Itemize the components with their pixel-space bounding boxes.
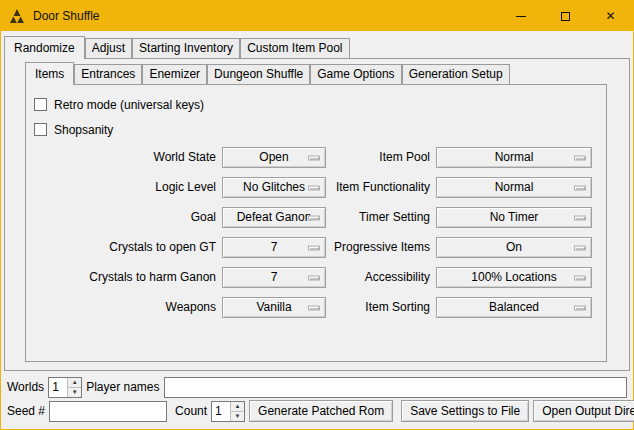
- shopsanity-row: Shopsanity: [34, 122, 592, 137]
- dropdown-indicator-icon: [574, 185, 586, 190]
- tab-entrances[interactable]: Entrances: [74, 64, 142, 84]
- dropdown-indicator-icon: [574, 305, 586, 310]
- world-state-dropdown[interactable]: Open: [222, 147, 326, 168]
- dropdown-value: Balanced: [489, 298, 539, 317]
- dropdown-value: Normal: [495, 148, 534, 167]
- open-output-directory-button[interactable]: Open Output Directory: [533, 400, 634, 422]
- save-settings-button[interactable]: Save Settings to File: [401, 400, 529, 422]
- worlds-value: 1: [49, 378, 67, 397]
- dropdown-indicator-icon: [308, 275, 320, 280]
- timer-setting-label: Timer Setting: [330, 207, 432, 228]
- timer-setting-dropdown[interactable]: No Timer: [436, 207, 592, 228]
- titlebar[interactable]: Door Shuffle ✕: [1, 1, 633, 31]
- world-state-label: World State: [34, 147, 218, 168]
- accessibility-dropdown[interactable]: 100% Locations: [436, 267, 592, 288]
- player-names-input[interactable]: [164, 377, 628, 398]
- retro-mode-row: Retro mode (universal keys): [34, 97, 592, 112]
- dropdown-value: 100% Locations: [471, 268, 556, 287]
- logic-level-dropdown[interactable]: No Glitches: [222, 177, 326, 198]
- tab-enemizer[interactable]: Enemizer: [142, 64, 207, 84]
- item-sorting-label: Item Sorting: [330, 297, 432, 318]
- dropdown-indicator-icon: [308, 305, 320, 310]
- item-functionality-label: Item Functionality: [330, 177, 432, 198]
- shopsanity-label: Shopsanity: [54, 123, 113, 137]
- count-label: Count: [175, 400, 207, 422]
- tab-items[interactable]: Items: [25, 62, 74, 85]
- window: Door Shuffle ✕ Randomize Adjust Starting…: [0, 0, 634, 430]
- crystals-open-gt-dropdown[interactable]: 7: [222, 237, 326, 258]
- tab-starting-inventory[interactable]: Starting Inventory: [132, 38, 240, 58]
- spin-down-icon[interactable]: ▼: [68, 388, 81, 397]
- player-names-label: Player names: [86, 376, 159, 398]
- retro-mode-label: Retro mode (universal keys): [54, 98, 204, 112]
- dropdown-indicator-icon: [308, 215, 320, 220]
- count-value: 1: [212, 402, 230, 421]
- spin-up-icon[interactable]: ▲: [231, 402, 244, 412]
- seed-label: Seed #: [7, 400, 45, 422]
- tab-generation-setup[interactable]: Generation Setup: [402, 64, 510, 84]
- goal-dropdown[interactable]: Defeat Ganon: [222, 207, 326, 228]
- crystals-harm-ganon-label: Crystals to harm Ganon: [34, 267, 218, 288]
- dropdown-value: On: [506, 238, 522, 257]
- dropdown-indicator-icon: [308, 155, 320, 160]
- maximize-button[interactable]: [543, 1, 588, 31]
- dropdown-value: 7: [271, 238, 278, 257]
- worlds-label: Worlds: [7, 376, 44, 398]
- worlds-row: Worlds 1 ▲ ▼ Player names: [7, 376, 627, 398]
- seed-input[interactable]: [49, 401, 167, 422]
- dropdown-value: No Glitches: [243, 178, 305, 197]
- close-button[interactable]: ✕: [588, 1, 633, 31]
- item-sorting-dropdown[interactable]: Balanced: [436, 297, 592, 318]
- weapons-label: Weapons: [34, 297, 218, 318]
- dropdown-indicator-icon: [574, 215, 586, 220]
- dropdown-value: Open: [259, 148, 288, 167]
- goal-label: Goal: [34, 207, 218, 228]
- spin-down-icon[interactable]: ▼: [231, 412, 244, 421]
- dropdown-indicator-icon: [308, 185, 320, 190]
- crystals-open-gt-label: Crystals to open GT: [34, 237, 218, 258]
- weapons-dropdown[interactable]: Vanilla: [222, 297, 326, 318]
- item-pool-dropdown[interactable]: Normal: [436, 147, 592, 168]
- dropdown-value: 7: [271, 268, 278, 287]
- window-title: Door Shuffle: [33, 9, 498, 23]
- randomize-panel: Items Entrances Enemizer Dungeon Shuffle…: [4, 58, 630, 371]
- inner-tab-bar: Items Entrances Enemizer Dungeon Shuffle…: [5, 59, 629, 84]
- shopsanity-checkbox[interactable]: [34, 123, 47, 136]
- dropdown-value: Vanilla: [256, 298, 291, 317]
- settings-grid: World State Open Item Pool Normal Logic …: [34, 147, 592, 318]
- retro-mode-checkbox[interactable]: [34, 98, 47, 111]
- dropdown-indicator-icon: [574, 155, 586, 160]
- accessibility-label: Accessibility: [330, 267, 432, 288]
- close-icon: ✕: [605, 10, 615, 22]
- dropdown-value: No Timer: [490, 208, 539, 227]
- items-panel: Retro mode (universal keys) Shopsanity W…: [25, 84, 607, 362]
- seed-row: Seed # Count 1 ▲ ▼ Generate Patched Rom …: [7, 400, 627, 422]
- tab-game-options[interactable]: Game Options: [310, 64, 401, 84]
- worlds-spinner[interactable]: 1 ▲ ▼: [48, 377, 82, 398]
- tab-randomize[interactable]: Randomize: [4, 36, 85, 59]
- tab-adjust[interactable]: Adjust: [85, 38, 132, 58]
- app-icon: [9, 8, 25, 24]
- dropdown-indicator-icon: [308, 245, 320, 250]
- bottom-bar: Worlds 1 ▲ ▼ Player names Seed # Count 1: [1, 371, 633, 429]
- maximize-icon: [561, 12, 570, 21]
- dropdown-indicator-icon: [574, 275, 586, 280]
- spin-up-icon[interactable]: ▲: [68, 378, 81, 388]
- count-spinner[interactable]: 1 ▲ ▼: [211, 401, 245, 422]
- logic-level-label: Logic Level: [34, 177, 218, 198]
- progressive-items-label: Progressive Items: [330, 237, 432, 258]
- tab-custom-item-pool[interactable]: Custom Item Pool: [240, 38, 349, 58]
- progressive-items-dropdown[interactable]: On: [436, 237, 592, 258]
- dropdown-indicator-icon: [574, 245, 586, 250]
- outer-tab-bar: Randomize Adjust Starting Inventory Cust…: [1, 31, 633, 58]
- tab-dungeon-shuffle[interactable]: Dungeon Shuffle: [207, 64, 310, 84]
- generate-patched-rom-button[interactable]: Generate Patched Rom: [249, 400, 393, 422]
- dropdown-value: Normal: [495, 178, 534, 197]
- item-functionality-dropdown[interactable]: Normal: [436, 177, 592, 198]
- minimize-button[interactable]: [498, 1, 543, 31]
- dropdown-value: Defeat Ganon: [237, 208, 312, 227]
- item-pool-label: Item Pool: [330, 147, 432, 168]
- crystals-harm-ganon-dropdown[interactable]: 7: [222, 267, 326, 288]
- minimize-icon: [516, 16, 526, 17]
